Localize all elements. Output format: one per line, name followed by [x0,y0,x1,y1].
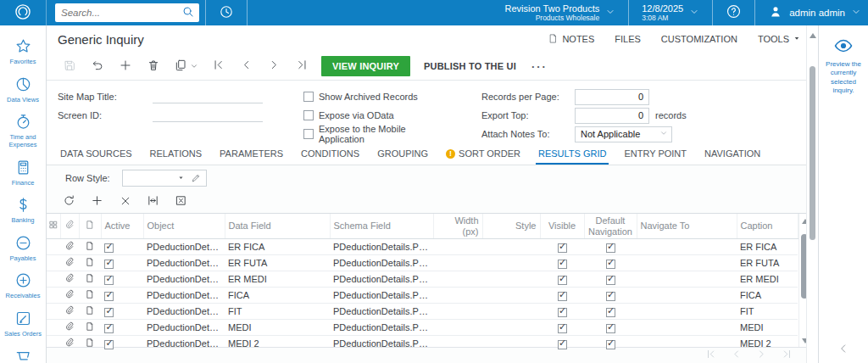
cell-style[interactable] [482,320,540,336]
cell-object[interactable]: PDeductionDetails [143,288,225,304]
cell-style[interactable] [482,304,540,320]
active-checkbox[interactable] [104,260,114,269]
last-page-button[interactable] [782,349,793,362]
row-notes-cell[interactable] [79,304,101,320]
default-navigation-checkbox[interactable] [606,243,615,253]
cell-navigate-to[interactable] [637,239,737,255]
business-date-selector[interactable]: 12/8/2025 3:08 AM [635,0,706,25]
table-row[interactable]: PDeductionDetailsFITPDeductionDetails.PR… [47,304,798,320]
table-row[interactable]: PDeductionDetailsMEDIPDeductionDetails.P… [47,320,798,336]
cell-caption[interactable]: ER FUTA [737,255,798,271]
show-archived-records-checkbox[interactable] [303,92,314,102]
active-checkbox[interactable] [104,292,114,301]
cell-caption[interactable]: ER FICA [737,239,798,255]
cell-style[interactable] [482,288,540,304]
cell-default-navigation[interactable] [584,320,637,336]
default-navigation-checkbox[interactable] [606,340,615,349]
row-notes-cell[interactable] [79,271,101,288]
sidebar-item-receivables[interactable]: Receivables [0,267,46,305]
last-record-button[interactable] [288,59,316,74]
customization-button[interactable]: CUSTOMIZATION [661,34,737,44]
site-map-title-field[interactable] [153,91,263,103]
visible-checkbox[interactable] [558,276,567,285]
tab-relations[interactable]: RELATIONS [147,144,205,165]
column-header-navigate-to[interactable]: Navigate To [637,214,737,239]
cell-visible[interactable] [540,288,584,304]
cell-data-field[interactable]: ER MEDI [225,271,330,288]
default-navigation-checkbox[interactable] [606,292,615,301]
row-notes-cell[interactable] [79,239,101,255]
tools-button[interactable]: TOOLS [758,34,801,44]
global-search[interactable] [55,3,199,22]
cell-caption[interactable]: FICA [737,288,798,304]
row-notes-cell[interactable] [79,320,101,336]
cell-visible[interactable] [540,239,584,255]
first-page-button[interactable] [705,349,716,362]
add-row-button[interactable] [83,194,111,209]
table-row[interactable]: PDeductionDetailsFICAPDeductionDetails.P… [47,288,798,304]
cell-data-field[interactable]: FICA [225,288,330,304]
app-logo[interactable] [0,0,47,25]
more-actions-button[interactable]: ··· [523,60,556,73]
column-header-data-field[interactable]: Data Field [225,214,330,239]
sidebar-item-cart[interactable] [0,343,46,363]
sidebar-item-finance[interactable]: Finance [0,154,46,193]
cell-object[interactable]: PDeductionDetails [143,271,225,288]
pencil-icon[interactable] [191,172,202,185]
cell-schema-field[interactable]: PDeductionDetails.PRDe… [330,288,433,304]
cell-navigate-to[interactable] [637,271,737,288]
cell-schema-field[interactable]: PDeductionDetails.PRDe… [330,320,433,336]
row-files-cell[interactable] [60,320,79,336]
cell-object[interactable]: PDeductionDetails [143,239,225,255]
row-gutter[interactable] [47,320,60,336]
row-files-cell[interactable] [60,239,79,255]
grid-header-paperclip[interactable] [60,214,79,239]
row-notes-cell[interactable] [79,255,101,271]
tab-parameters[interactable]: PARAMETERS [217,144,286,165]
cell-active[interactable] [101,288,143,304]
default-navigation-checkbox[interactable] [606,324,615,333]
cell-navigate-to[interactable] [637,320,737,336]
previous-record-button[interactable] [232,59,260,74]
active-checkbox[interactable] [104,308,114,317]
cell-schema-field[interactable]: PDeductionDetails.PRDe… [330,304,433,320]
table-row[interactable]: PDeductionDetailsER FUTAPDeductionDetail… [47,255,798,271]
records-per-page-field[interactable]: 0 [575,89,649,105]
column-header-object[interactable]: Object [143,214,225,239]
column-header-schema-field[interactable]: Schema Field [330,214,433,239]
cell-caption[interactable]: FIT [737,304,798,320]
table-row[interactable]: PDeductionDetailsER MEDIPDeductionDetail… [47,271,798,288]
row-files-cell[interactable] [60,255,79,271]
cell-default-navigation[interactable] [584,239,637,255]
visible-checkbox[interactable] [558,340,567,349]
cell-visible[interactable] [540,271,584,288]
tenant-selector[interactable]: Revision Two Products Products Wholesale [498,0,623,25]
attach-notes-to-select[interactable]: Not Applicable [575,126,672,142]
column-header-caption[interactable]: Caption [737,214,798,239]
publish-to-ui-button[interactable]: PUBLISH TO THE UI [417,56,523,76]
cell-object[interactable]: PDeductionDetails [143,304,225,320]
cell-data-field[interactable]: MEDI [225,320,330,336]
row-gutter[interactable] [47,271,60,288]
cell-width[interactable] [433,255,482,271]
row-files-cell[interactable] [60,271,79,288]
cell-caption[interactable]: MEDI [737,320,798,336]
visible-checkbox[interactable] [558,260,567,269]
grid-header-column-configuration[interactable] [47,214,60,239]
active-checkbox[interactable] [104,340,114,349]
view-inquiry-button[interactable]: VIEW INQUIRY [321,56,410,76]
visible-checkbox[interactable] [558,243,567,253]
cell-active[interactable] [101,320,143,336]
active-checkbox[interactable] [104,243,114,253]
column-header-active[interactable]: Active [101,214,143,239]
grid-header-note[interactable] [79,214,101,239]
column-header-style[interactable]: Style [482,214,540,239]
business-time-button[interactable] [212,0,241,25]
cell-default-navigation[interactable] [584,288,637,304]
row-gutter[interactable] [47,288,60,304]
previous-page-button[interactable] [731,349,742,362]
cell-object[interactable]: PDeductionDetails [143,255,225,271]
sidebar-item-banking[interactable]: Banking [0,192,46,230]
expose-via-odata-checkbox[interactable] [303,110,314,120]
export-top-field[interactable]: 0 [575,108,649,124]
